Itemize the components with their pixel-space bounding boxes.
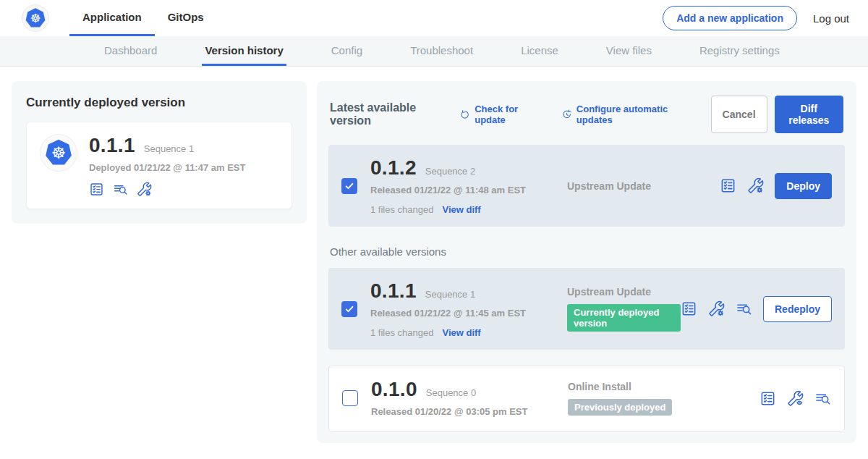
files-changed: 1 files changed [370, 204, 433, 215]
redeploy-button[interactable]: Redeploy [763, 296, 832, 322]
subtab-license[interactable]: License [518, 36, 561, 66]
deploy-button[interactable]: Deploy [775, 173, 832, 199]
release-notes-icon[interactable] [681, 300, 697, 317]
config-icon[interactable] [708, 300, 725, 317]
released-timestamp: Released 01/21/22 @ 11:48 am EST [370, 184, 537, 197]
preflight-results-icon[interactable] [814, 390, 831, 407]
config-icon[interactable] [747, 177, 764, 194]
files-changed: 1 files changed [370, 327, 433, 338]
version-row-0-1-2: 0.1.2 Sequence 2 Released 01/21/22 @ 11:… [328, 145, 845, 227]
release-notes-icon[interactable] [89, 182, 104, 197]
subtab-dashboard[interactable]: Dashboard [101, 36, 160, 66]
preflight-results-icon[interactable] [736, 300, 752, 317]
release-notes-icon[interactable] [760, 390, 776, 407]
kubernetes-app-icon: ☸ [40, 134, 77, 172]
top-nav: ☸ Application GitOps Add a new applicati… [0, 0, 868, 36]
version-sequence: Sequence 0 [426, 387, 476, 398]
version-source: Online Install [568, 381, 760, 392]
version-number: 0.1.2 [370, 156, 417, 180]
version-sequence: Sequence 2 [425, 166, 475, 177]
subtab-troubleshoot[interactable]: Troubleshoot [407, 36, 476, 66]
subtab-view-files[interactable]: View files [603, 36, 655, 66]
version-number: 0.1.1 [370, 279, 417, 303]
config-icon[interactable] [137, 182, 152, 197]
version-row-0-1-0: 0.1.0 Sequence 0 Released 01/20/22 @ 03:… [328, 366, 845, 431]
version-sequence: Sequence 1 [425, 289, 475, 300]
version-checkbox[interactable] [342, 390, 358, 406]
other-versions-title: Other available versions [330, 245, 843, 258]
release-notes-icon[interactable] [720, 177, 736, 194]
version-source: Upstream Update [567, 286, 681, 298]
logout-link[interactable]: Log out [813, 12, 849, 25]
version-checkbox[interactable] [341, 178, 357, 194]
sub-nav: Dashboard Version history Config Trouble… [0, 36, 868, 67]
version-source: Upstream Update [567, 180, 720, 192]
version-checkbox[interactable] [341, 301, 357, 317]
currently-deployed-panel: Currently deployed version ☸ 0.1.1 Seque… [12, 81, 307, 224]
subtab-registry-settings[interactable]: Registry settings [697, 36, 783, 66]
subtab-config[interactable]: Config [328, 36, 365, 66]
version-number: 0.1.0 [371, 378, 417, 401]
currently-deployed-title: Currently deployed version [26, 96, 292, 110]
tab-gitops[interactable]: GitOps [155, 0, 217, 36]
version-history-panel: Latest available version Check for updat… [317, 81, 856, 443]
preflight-results-icon[interactable] [113, 182, 128, 197]
config-view-icon[interactable] [787, 390, 804, 407]
diff-releases-button[interactable]: Diff releases [775, 96, 843, 133]
kubernetes-logo: ☸ [22, 4, 49, 32]
deployed-sequence: Sequence 1 [144, 143, 194, 154]
tab-application[interactable]: Application [69, 0, 155, 36]
deployed-version-number: 0.1.1 [89, 134, 135, 157]
view-diff-link[interactable]: View diff [442, 204, 480, 215]
view-diff-link[interactable]: View diff [442, 327, 480, 338]
currently-deployed-badge: Currently deployed version [567, 304, 681, 332]
version-row-0-1-1: 0.1.1 Sequence 1 Released 01/21/22 @ 11:… [328, 268, 845, 350]
released-timestamp: Released 01/20/22 @ 03:05 pm EST [371, 405, 537, 418]
deployed-timestamp: Deployed 01/21/22 @ 11:47 am EST [89, 162, 245, 173]
configure-automatic-updates-link[interactable]: Configure automatic updates [561, 104, 694, 125]
latest-available-title: Latest available version [330, 101, 448, 127]
svg-text:☸: ☸ [30, 11, 41, 25]
add-new-application-button[interactable]: Add a new application [663, 6, 797, 30]
main-content: Currently deployed version ☸ 0.1.1 Seque… [0, 67, 868, 458]
deployed-version-card: ☸ 0.1.1 Sequence 1 Deployed 01/21/22 @ 1… [26, 122, 292, 209]
previously-deployed-badge: Previously deployed [568, 399, 672, 416]
svg-text:☸: ☸ [51, 143, 66, 162]
app-tabs: Application GitOps [69, 0, 217, 36]
check-for-update-link[interactable]: Check for update [459, 104, 544, 125]
subtab-version-history[interactable]: Version history [202, 36, 286, 66]
released-timestamp: Released 01/21/22 @ 11:45 am EST [370, 307, 537, 320]
cancel-button[interactable]: Cancel [711, 96, 767, 133]
